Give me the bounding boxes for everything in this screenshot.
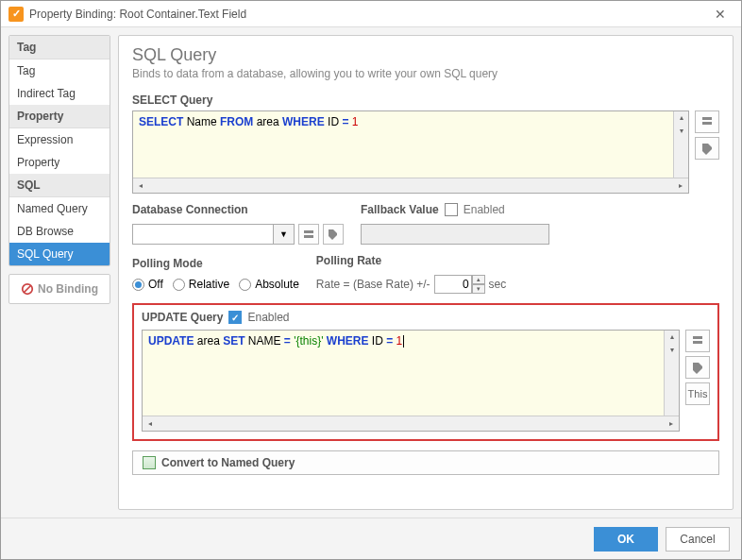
property-ref-icon	[303, 229, 314, 240]
fallback-enabled-checkbox[interactable]	[445, 203, 458, 216]
no-binding-button[interactable]: No Binding	[8, 274, 110, 304]
update-insert-tag-button[interactable]	[685, 356, 710, 379]
polling-rate-label: Polling Rate	[316, 254, 506, 267]
svg-rect-7	[693, 341, 702, 344]
nav-item-named-query[interactable]: Named Query	[9, 197, 110, 220]
db-conn-dropdown[interactable]: ▼	[274, 224, 295, 245]
svg-rect-4	[304, 230, 313, 233]
update-enabled-checkbox[interactable]: ✓	[228, 311, 242, 324]
nav-group-property-header: Property	[9, 105, 110, 128]
polling-off-radio[interactable]	[132, 279, 144, 291]
convert-icon	[143, 456, 156, 469]
polling-rate-down[interactable]: ▾	[472, 284, 485, 294]
db-insert-tag-button[interactable]	[323, 224, 344, 245]
nav-box: Tag Tag Indirect Tag Property Expression…	[8, 35, 110, 266]
update-insert-property-button[interactable]	[685, 330, 710, 352]
tag-icon	[691, 361, 704, 374]
cancel-button[interactable]: Cancel	[666, 527, 730, 552]
convert-to-named-query-button[interactable]: Convert to Named Query	[132, 450, 719, 475]
svg-line-1	[25, 286, 31, 293]
no-binding-icon	[21, 282, 34, 296]
nav-item-property[interactable]: Property	[9, 151, 110, 174]
nav-item-indirect-tag[interactable]: Indirect Tag	[9, 82, 110, 105]
svg-rect-2	[702, 117, 712, 120]
tag-icon	[700, 142, 714, 155]
ok-button[interactable]: OK	[594, 527, 658, 552]
update-query-text[interactable]: UPDATE area SET NAME = '{this}' WHERE ID…	[143, 331, 664, 416]
select-insert-property-button[interactable]	[695, 110, 719, 133]
update-query-label: UPDATE Query	[142, 311, 223, 324]
property-ref-icon	[691, 334, 704, 348]
select-insert-tag-button[interactable]	[695, 137, 719, 160]
update-hscroll[interactable]: ◂▸	[143, 416, 679, 431]
update-query-editor[interactable]: UPDATE area SET NAME = '{this}' WHERE ID…	[142, 330, 680, 432]
polling-mode-label: Polling Mode	[132, 257, 299, 270]
convert-label: Convert to Named Query	[161, 456, 295, 469]
select-query-label: SELECT Query	[132, 93, 719, 107]
polling-relative-label: Relative	[189, 278, 229, 291]
polling-relative-radio[interactable]	[173, 279, 185, 291]
nav-item-tag[interactable]: Tag	[9, 59, 110, 82]
no-binding-label: No Binding	[38, 282, 98, 296]
db-conn-input[interactable]	[132, 224, 274, 245]
page-title: SQL Query	[132, 45, 719, 65]
sidebar: Tag Tag Indirect Tag Property Expression…	[8, 35, 110, 510]
nav-group-sql-header: SQL	[9, 174, 110, 197]
update-query-section: UPDATE Query ✓ Enabled UPDATE area SET N…	[132, 303, 719, 441]
select-query-text[interactable]: SELECT Name FROM area WHERE ID = 1	[133, 111, 673, 178]
update-vscroll[interactable]: ▴▾	[664, 331, 679, 416]
polling-absolute-label: Absolute	[255, 278, 299, 291]
fallback-input	[361, 224, 549, 245]
main-panel: SQL Query Binds to data from a database,…	[118, 35, 734, 510]
polling-rate-input[interactable]	[434, 275, 472, 294]
text-cursor	[403, 335, 404, 348]
svg-rect-5	[304, 235, 313, 238]
nav-item-db-browse[interactable]: DB Browse	[9, 220, 110, 243]
footer: OK Cancel	[1, 518, 741, 559]
fallback-label-row: Fallback Value Enabled	[361, 203, 719, 216]
update-enabled-label: Enabled	[247, 311, 289, 324]
polling-rate-suffix: sec	[489, 278, 507, 291]
polling-absolute-radio[interactable]	[239, 279, 251, 291]
fallback-enabled-label: Enabled	[464, 203, 505, 216]
nav-group-tag-header: Tag	[9, 36, 110, 59]
select-hscroll[interactable]: ◂▸	[133, 178, 688, 193]
tag-icon	[328, 229, 339, 240]
titlebar: ✓ Property Binding: Root Container.Text …	[1, 1, 741, 27]
fallback-label: Fallback Value	[361, 203, 439, 216]
nav-item-sql-query[interactable]: SQL Query	[9, 243, 110, 265]
close-button[interactable]: ✕	[707, 7, 734, 22]
window-title: Property Binding: Root Container.Text Fi…	[29, 8, 707, 21]
nav-item-expression[interactable]: Expression	[9, 128, 110, 151]
polling-rate-up[interactable]: ▴	[472, 275, 485, 284]
svg-rect-6	[693, 336, 702, 339]
db-insert-property-button[interactable]	[298, 224, 319, 245]
update-insert-this-button[interactable]: This	[685, 382, 710, 405]
app-icon: ✓	[8, 7, 24, 22]
db-conn-label: Database Connection	[132, 203, 344, 216]
select-query-editor[interactable]: SELECT Name FROM area WHERE ID = 1 ▴▾ ◂▸	[132, 110, 689, 194]
page-subtitle: Binds to data from a database, allowing …	[132, 67, 719, 80]
svg-rect-3	[702, 122, 712, 125]
polling-off-label: Off	[148, 278, 163, 291]
polling-rate-prefix: Rate = (Base Rate) +/-	[316, 278, 430, 291]
property-ref-icon	[700, 115, 714, 128]
select-vscroll[interactable]: ▴▾	[673, 111, 688, 178]
